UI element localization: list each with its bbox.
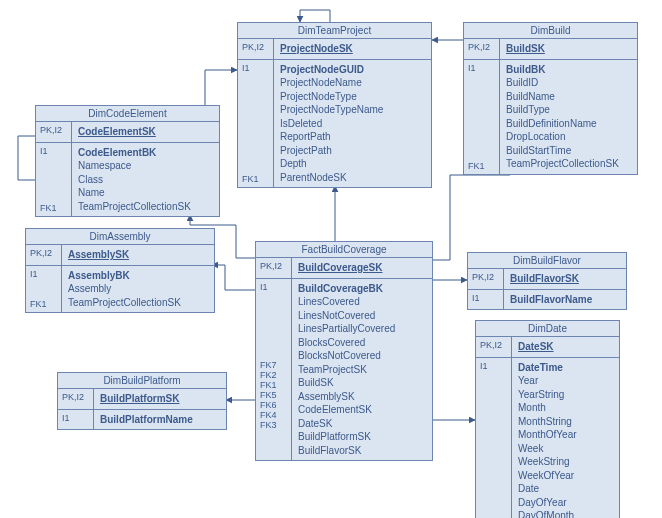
field: WeekString: [518, 455, 613, 469]
table-title: DimBuildFlavor: [468, 253, 626, 269]
table-title: DimBuild: [464, 23, 637, 39]
field: ProjectNodeName: [280, 76, 425, 90]
field: Month: [518, 401, 613, 415]
table-dim-build: DimBuild PK,I2 BuildSK I1 FK1 BuildBK Bu…: [463, 22, 638, 175]
fk-label: FK4: [260, 410, 287, 420]
table-dim-code-element: DimCodeElement PK,I2 CodeElementSK I1 FK…: [35, 105, 220, 217]
field: Assembly: [68, 282, 208, 296]
field: BlocksCovered: [298, 336, 426, 350]
field: BlocksNotCovered: [298, 349, 426, 363]
field: TeamProjectCollectionSK: [68, 296, 208, 310]
pk-label: PK,I2: [472, 272, 499, 282]
table-title: DimDate: [476, 321, 619, 337]
pk-label: PK,I2: [30, 248, 57, 258]
field: ProjectNodeTypeName: [280, 103, 425, 117]
pk-label: PK,I2: [62, 392, 89, 402]
field: BuildID: [506, 76, 631, 90]
field: DayOfYear: [518, 496, 613, 510]
keys-top: I1: [260, 282, 287, 292]
field: BuildPlatformSK: [298, 430, 426, 444]
field: BuildFlavorSK: [298, 444, 426, 458]
keys-top: I1: [242, 63, 269, 73]
bold-field: BuildBK: [506, 63, 631, 77]
field: LinesPartiallyCovered: [298, 322, 426, 336]
bold-field: DateTime: [518, 361, 613, 375]
field: BuildName: [506, 90, 631, 104]
table-dim-build-platform: DimBuildPlatform PK,I2 BuildPlatformSK I…: [57, 372, 227, 430]
field: ProjectNodeType: [280, 90, 425, 104]
bold-field: CodeElementBK: [78, 146, 213, 160]
row2-key: I1: [62, 413, 89, 423]
fk-label: FK6: [260, 400, 287, 410]
table-dim-team-project: DimTeamProject PK,I2 ProjectNodeSK I1 FK…: [237, 22, 432, 188]
table-title: DimBuildPlatform: [58, 373, 226, 389]
field: ReportPath: [280, 130, 425, 144]
pk-label: PK,I2: [260, 261, 287, 271]
field: Depth: [280, 157, 425, 171]
field: Year: [518, 374, 613, 388]
fk-label: FK7: [260, 360, 287, 370]
field: TeamProjectCollectionSK: [506, 157, 631, 171]
field: BuildSK: [298, 376, 426, 390]
keys-bottom: FK1: [40, 203, 57, 213]
field: AssemblySK: [298, 390, 426, 404]
bold-field: ProjectNodeGUID: [280, 63, 425, 77]
pk-label: PK,I2: [242, 42, 269, 52]
row2-field: BuildPlatformName: [100, 414, 193, 425]
pk-label: PK,I2: [468, 42, 495, 52]
bold-field: AssemblyBK: [68, 269, 208, 283]
table-dim-build-flavor: DimBuildFlavor PK,I2 BuildFlavorSK I1 Bu…: [467, 252, 627, 310]
table-title: DimTeamProject: [238, 23, 431, 39]
pk-field: BuildSK: [506, 43, 545, 54]
keys-bottom: FK1: [468, 161, 485, 171]
fk-label: FK2: [260, 370, 287, 380]
field: LinesNotCovered: [298, 309, 426, 323]
field: ProjectPath: [280, 144, 425, 158]
field: BuildType: [506, 103, 631, 117]
field: Class: [78, 173, 213, 187]
keys-top: I1: [468, 63, 495, 73]
field: BuildDefinitionName: [506, 117, 631, 131]
pk-field: BuildFlavorSK: [510, 273, 579, 284]
table-title: FactBuildCoverage: [256, 242, 432, 258]
keys-bottom: FK1: [30, 299, 47, 309]
table-title: DimCodeElement: [36, 106, 219, 122]
field: LinesCovered: [298, 295, 426, 309]
field: DayOfMonth: [518, 509, 613, 518]
field: TeamProjectSK: [298, 363, 426, 377]
field: IsDeleted: [280, 117, 425, 131]
keys-bottom: FK1: [242, 174, 259, 184]
fk-label: FK1: [260, 380, 287, 390]
field: DateSK: [298, 417, 426, 431]
field: Week: [518, 442, 613, 456]
keys-top: I1: [480, 361, 507, 371]
table-dim-date: DimDate PK,I2 DateSK I1 DateTime Year Ye…: [475, 320, 620, 518]
bold-field: BuildCoverageBK: [298, 282, 426, 296]
field: MonthOfYear: [518, 428, 613, 442]
field: YearString: [518, 388, 613, 402]
pk-field: DateSK: [518, 341, 554, 352]
row2-key: I1: [472, 293, 499, 303]
field: Date: [518, 482, 613, 496]
keys-top: I1: [30, 269, 57, 279]
fk-label: FK5: [260, 390, 287, 400]
field: TeamProjectCollectionSK: [78, 200, 213, 214]
pk-field: BuildCoverageSK: [298, 262, 382, 273]
pk-label: PK,I2: [40, 125, 67, 135]
pk-field: CodeElementSK: [78, 126, 156, 137]
table-dim-assembly: DimAssembly PK,I2 AssemblySK I1 FK1 Asse…: [25, 228, 215, 313]
field: MonthString: [518, 415, 613, 429]
fk-label: FK3: [260, 420, 287, 430]
pk-label: PK,I2: [480, 340, 507, 350]
field: ParentNodeSK: [280, 171, 425, 185]
pk-field: ProjectNodeSK: [280, 43, 353, 54]
field: Name: [78, 186, 213, 200]
field: BuildStartTime: [506, 144, 631, 158]
pk-field: AssemblySK: [68, 249, 129, 260]
field: Namespace: [78, 159, 213, 173]
field: CodeElementSK: [298, 403, 426, 417]
field: DropLocation: [506, 130, 631, 144]
table-fact-build-coverage: FactBuildCoverage PK,I2 BuildCoverageSK …: [255, 241, 433, 461]
pk-field: BuildPlatformSK: [100, 393, 179, 404]
field: WeekOfYear: [518, 469, 613, 483]
